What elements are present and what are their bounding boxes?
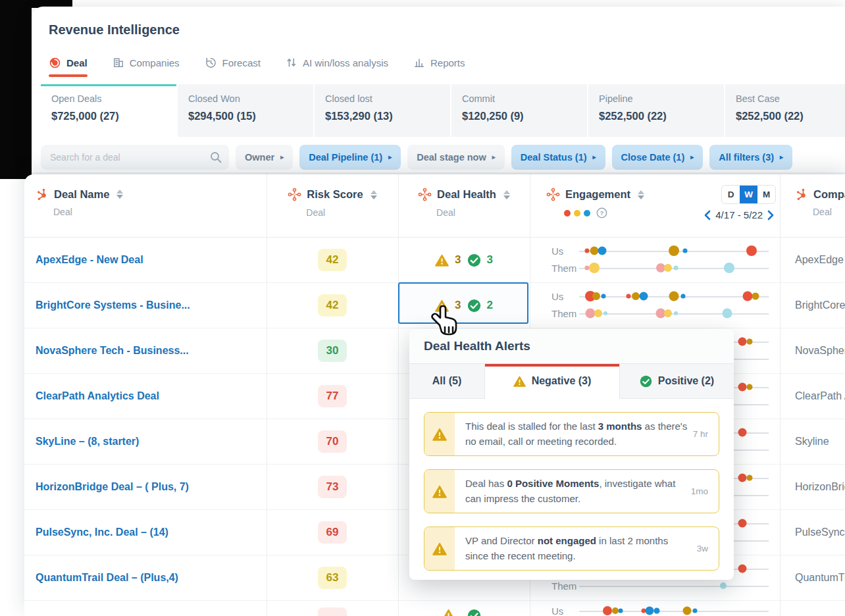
risk-score-badge: 73 (318, 476, 347, 498)
column-title: Deal Health (437, 188, 496, 201)
deal-name-cell: QuantumTrail Deal – (Plus,4) (24, 555, 267, 600)
background-shape (0, 0, 32, 179)
chip-label: Owner (245, 152, 274, 163)
summary-card-best-case[interactable]: Best Case$252,500 (22) (725, 84, 845, 137)
summary-card-closed-won[interactable]: Closed Won$294,500 (15) (178, 84, 313, 137)
alert-text: This deal is stalled for the last 3 mont… (455, 413, 693, 455)
engagement-dot (594, 309, 602, 317)
chip-label: Deal Status (1) (521, 152, 587, 163)
deal-name-link[interactable]: QuantumTrail Deal – (Plus,4) (36, 572, 178, 584)
summary-card-pipeline[interactable]: Pipeline$252,500 (22) (588, 84, 724, 137)
custom-property-icon (288, 188, 301, 201)
summary-card-closed-lost[interactable]: Closed lost$153,290 (13) (315, 84, 450, 137)
summary-card-value: $725,000 (27) (51, 110, 166, 122)
risk-score-cell: 42 (267, 283, 398, 328)
chip-label: Close Date (1) (621, 152, 685, 163)
engagement-dot (589, 263, 600, 273)
deal-health-cell[interactable]: 33 (398, 238, 530, 282)
popup-tab-positive-2[interactable]: Positive (2) (620, 364, 734, 399)
next-date-range-button[interactable] (767, 210, 775, 220)
filter-chip-all-filters-3[interactable]: All filters (3)▸ (709, 145, 792, 170)
engagement-side-label: Us (551, 291, 579, 302)
tab-label: Deal (66, 57, 88, 68)
popup-tab-label: All (5) (432, 375, 461, 387)
risk-score-badge: 77 (318, 385, 347, 407)
granularity-w[interactable]: W (740, 186, 757, 203)
summary-card-label: Open Deals (51, 93, 166, 104)
filter-chip-deal-status-1[interactable]: Deal Status (1)▸ (511, 145, 605, 170)
deal-health-cell[interactable] (398, 601, 530, 616)
sort-icon[interactable] (503, 190, 510, 199)
engagement-dot (669, 292, 679, 301)
engagement-side-label: Us (551, 605, 579, 616)
filter-chip-owner[interactable]: Owner▸ (236, 145, 293, 170)
granularity-m[interactable]: M (757, 186, 775, 203)
alert-time: 1mo (691, 470, 719, 513)
tab-deal[interactable]: Deal (49, 57, 88, 77)
risk-score-badge: 69 (318, 521, 347, 544)
summary-card-label: Pipeline (599, 93, 713, 104)
granularity-d[interactable]: D (722, 186, 740, 203)
forecast-icon (205, 57, 217, 69)
company-cell: Skyline (780, 419, 845, 464)
company-cell: BrightCore Systems (780, 283, 845, 328)
column-header-company[interactable]: Company Deal (780, 174, 845, 237)
sort-icon[interactable] (116, 190, 123, 199)
engagement-timeline: Them (530, 259, 780, 276)
popup-tab-negative-3[interactable]: Negative (3) (485, 364, 620, 399)
column-header-deal-health[interactable]: Deal Health Deal (398, 174, 530, 237)
engagement-side-label: Us (551, 245, 579, 257)
search-input[interactable] (41, 145, 229, 170)
legend-dot-yellow (574, 210, 580, 217)
deal-name-link[interactable]: NovaSphere Tech - Business... (36, 345, 189, 357)
tab-ai-win-loss[interactable]: AI win/loss analysis (286, 57, 388, 76)
deal-name-link[interactable]: BrightCore Systems - Busine... (36, 299, 190, 311)
filter-bar: Owner▸Deal Pipeline (1)▸Deal stage now▸D… (41, 145, 792, 170)
summary-card-label: Commit (462, 93, 576, 104)
deal-name-link[interactable]: HorizonBridge Deal – ( Plus, 7) (36, 481, 189, 493)
sort-icon[interactable] (638, 190, 644, 199)
company-cell: ApexEdge (780, 238, 845, 282)
tab-label: Forecast (222, 57, 261, 68)
summary-card-open-deals[interactable]: Open Deals$725,000 (27) (41, 84, 176, 137)
alert-text: VP and Director not engaged in last 2 mo… (455, 527, 697, 570)
filter-chip-deal-pipeline-1[interactable]: Deal Pipeline (1)▸ (299, 145, 401, 170)
deal-name-cell: PulseSync, Inc. Deal – (14) (24, 510, 267, 555)
column-header-risk-score[interactable]: Risk Score Deal (267, 174, 398, 237)
engagement-dot (738, 565, 746, 573)
risk-score-cell: 77 (267, 374, 398, 419)
popup-tab-all-5[interactable]: All (5) (409, 364, 485, 399)
engagement-dot (602, 294, 606, 299)
page-title: Revenue Intelligence (49, 22, 180, 38)
summary-card-commit[interactable]: Commit$120,250 (9) (451, 84, 587, 137)
chip-label: Deal Pipeline (1) (309, 152, 382, 163)
revenue-intelligence-screen: Revenue Intelligence DealCompaniesForeca… (0, 0, 845, 616)
warning-icon (435, 254, 449, 267)
engagement-dot (724, 263, 734, 273)
sort-icon[interactable] (371, 190, 377, 199)
deal-name-link[interactable]: ClearPath Analytics Deal (36, 390, 159, 402)
engagement-track (579, 602, 769, 616)
deal-name-link[interactable]: PulseSync, Inc. Deal – (14) (36, 526, 168, 538)
tab-forecast[interactable]: Forecast (205, 57, 261, 77)
tab-companies[interactable]: Companies (113, 57, 180, 76)
filter-chip-close-date-1[interactable]: Close Date (1)▸ (612, 145, 704, 170)
help-icon[interactable]: ? (596, 207, 607, 218)
filter-chip-deal-stage-now[interactable]: Deal stage now▸ (407, 145, 505, 170)
column-header-deal-name[interactable]: Deal Name Deal (24, 174, 267, 237)
ai-win-loss-icon (286, 57, 297, 68)
deal-name-link[interactable]: ApexEdge - New Deal (36, 254, 143, 266)
engagement-dot (669, 245, 679, 256)
tab-label: AI win/loss analysis (303, 57, 388, 68)
column-title: Engagement (565, 188, 630, 201)
prev-date-range-button[interactable] (704, 210, 711, 220)
tab-reports[interactable]: Reports (413, 57, 465, 76)
companies-icon (113, 57, 124, 68)
engagement-dot (673, 266, 678, 270)
column-header-engagement[interactable]: Engagement ? DWM (530, 174, 780, 237)
tab-label: Companies (130, 57, 180, 68)
legend-dot-red (564, 210, 571, 217)
engagement-dot (738, 338, 746, 346)
check-icon (467, 253, 481, 267)
deal-name-link[interactable]: SkyLine – (8, starter) (36, 436, 139, 448)
